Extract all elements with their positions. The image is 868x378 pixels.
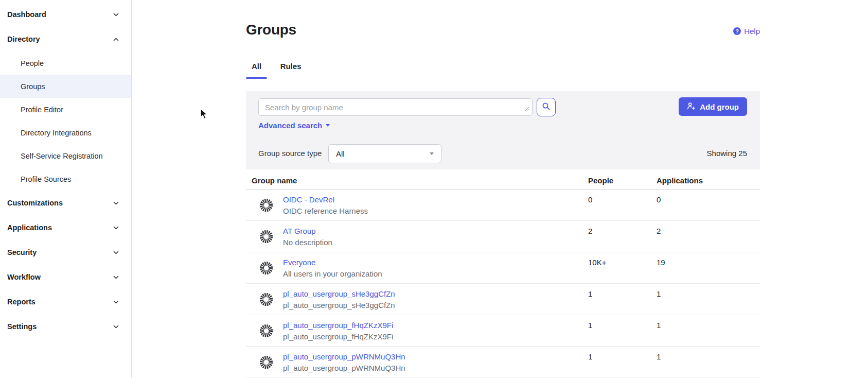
sidebar-item-directory-integrations[interactable]: Directory Integrations — [0, 121, 131, 144]
sidebar-item-label: People — [21, 59, 44, 67]
add-group-label: Add group — [700, 102, 739, 111]
group-description: OIDC reference Harness — [283, 207, 368, 215]
sidebar-item-customizations[interactable]: Customizations — [0, 191, 131, 215]
group-icon — [259, 324, 273, 340]
sidebar-item-profile-sources[interactable]: Profile Sources — [0, 167, 131, 191]
table-row: pl_auto_usergroup_sHe3ggCfZn pl_auto_use… — [246, 284, 760, 315]
chevron-down-icon — [112, 11, 120, 19]
applications-count: 1 — [657, 289, 661, 298]
sidebar-item-reports[interactable]: Reports — [0, 289, 131, 314]
group-search-input[interactable]: Search by group name — [258, 98, 533, 116]
applications-count: 1 — [657, 321, 661, 330]
caret-down-icon — [326, 124, 330, 127]
applications-count: 19 — [657, 258, 665, 267]
source-type-value: All — [336, 149, 345, 158]
group-icon — [259, 198, 273, 214]
table-row: pl_auto_usergroup_pWRNMuQ3Hn pl_auto_use… — [246, 347, 760, 378]
group-icon — [259, 355, 273, 371]
caret-down-icon — [430, 152, 434, 155]
sidebar-item-label: Profile Sources — [21, 175, 71, 183]
source-type-label: Group source type — [258, 149, 322, 158]
sidebar-item-label: Profile Editor — [21, 106, 63, 114]
chevron-down-icon — [112, 199, 120, 207]
sidebar-item-label: Security — [7, 248, 37, 256]
group-name-link[interactable]: AT Group — [283, 227, 316, 235]
sidebar-item-label: Settings — [7, 322, 37, 331]
sidebar-item-dashboard[interactable]: Dashboard — [0, 2, 131, 27]
sidebar-item-label: Directory Integrations — [21, 129, 92, 137]
chevron-down-icon — [112, 224, 120, 232]
sidebar-item-applications[interactable]: Applications — [0, 215, 131, 240]
sidebar-item-settings[interactable]: Settings — [0, 314, 131, 339]
group-icon — [259, 293, 273, 308]
search-panel: Search by group name Advanced search Add… — [246, 91, 760, 138]
search-placeholder: Search by group name — [265, 103, 343, 112]
search-icon — [542, 102, 551, 112]
table-row: AT Group No description 2 2 — [246, 221, 760, 252]
help-link[interactable]: ? Help — [733, 27, 760, 36]
column-people: People — [588, 176, 613, 185]
search-button[interactable] — [537, 98, 556, 116]
table-row: OIDC - DevRel OIDC reference Harness 0 0 — [246, 190, 760, 221]
sidebar-item-profile-editor[interactable]: Profile Editor — [0, 98, 131, 121]
people-count-link[interactable]: 10K+ — [588, 258, 606, 267]
sidebar-item-label: Workflow — [7, 273, 41, 281]
sidebar-item-label: Dashboard — [7, 10, 46, 19]
group-name-link[interactable]: Everyone — [283, 258, 315, 267]
sidebar-item-label: Groups — [21, 82, 45, 91]
table-header: Group name People Applications — [246, 169, 760, 190]
chevron-down-icon — [112, 323, 120, 331]
sidebar-item-workflow[interactable]: Workflow — [0, 265, 131, 289]
group-name-link[interactable]: OIDC - DevRel — [283, 195, 334, 204]
groups-table: OIDC - DevRel OIDC reference Harness 0 0… — [246, 190, 760, 378]
applications-count: 0 — [657, 195, 661, 204]
filter-panel: Group source type All Showing 25 — [246, 138, 760, 169]
sidebar-item-groups[interactable]: Groups — [0, 75, 131, 98]
tab-rules[interactable]: Rules — [275, 59, 307, 78]
people-count: 1 — [588, 321, 592, 330]
add-group-button[interactable]: Add group — [679, 97, 747, 116]
applications-count: 1 — [657, 352, 661, 361]
group-description: pl_auto_usergroup_sHe3ggCfZn — [283, 301, 395, 310]
sidebar-item-directory[interactable]: Directory — [0, 27, 131, 51]
people-count: 2 — [588, 227, 592, 235]
groups-page: Groups ? Help All Rules Search by group … — [246, 0, 760, 378]
sidebar-item-label: Self-Service Registration — [21, 152, 103, 160]
group-icon — [259, 261, 273, 277]
people-count: 1 — [588, 289, 592, 298]
resize-grip-icon[interactable] — [525, 104, 529, 113]
sidebar-nav: Dashboard Directory People Groups Profil… — [0, 0, 132, 378]
chevron-down-icon — [112, 298, 120, 306]
sidebar-item-people[interactable]: People — [0, 51, 131, 75]
advanced-search-link[interactable]: Advanced search — [258, 121, 330, 130]
table-row: pl_auto_usergroup_fHqZKzX9Fi pl_auto_use… — [246, 315, 760, 347]
tab-bar: All Rules — [246, 59, 760, 78]
page-title: Groups — [246, 22, 296, 38]
sidebar-item-self-service-registration[interactable]: Self-Service Registration — [0, 144, 131, 167]
group-description: pl_auto_usergroup_pWRNMuQ3Hn — [283, 364, 405, 372]
help-question-icon: ? — [733, 27, 741, 35]
mouse-cursor — [199, 108, 209, 122]
column-applications: Applications — [657, 176, 703, 185]
people-count: 1 — [588, 352, 592, 361]
add-group-icon — [687, 102, 696, 112]
group-name-link[interactable]: pl_auto_usergroup_pWRNMuQ3Hn — [283, 352, 405, 361]
group-icon — [259, 230, 273, 246]
sidebar-item-security[interactable]: Security — [0, 240, 131, 265]
sidebar-item-label: Reports — [7, 298, 36, 306]
chevron-down-icon — [112, 249, 120, 256]
chevron-down-icon — [112, 273, 120, 281]
tab-all[interactable]: All — [246, 59, 267, 78]
advanced-search-label: Advanced search — [258, 121, 322, 130]
chevron-up-icon — [112, 36, 120, 43]
table-row: Everyone All users in your organization … — [246, 252, 760, 284]
people-count: 0 — [588, 195, 592, 204]
group-name-link[interactable]: pl_auto_usergroup_sHe3ggCfZn — [283, 289, 395, 298]
sidebar-item-label: Directory — [7, 35, 40, 43]
source-type-select[interactable]: All — [328, 144, 441, 163]
sidebar-item-label: Customizations — [7, 199, 63, 207]
showing-count: Showing 25 — [707, 149, 747, 158]
sidebar-item-label: Applications — [7, 224, 52, 232]
group-name-link[interactable]: pl_auto_usergroup_fHqZKzX9Fi — [283, 321, 393, 330]
admin-console: Dashboard Directory People Groups Profil… — [0, 0, 868, 378]
